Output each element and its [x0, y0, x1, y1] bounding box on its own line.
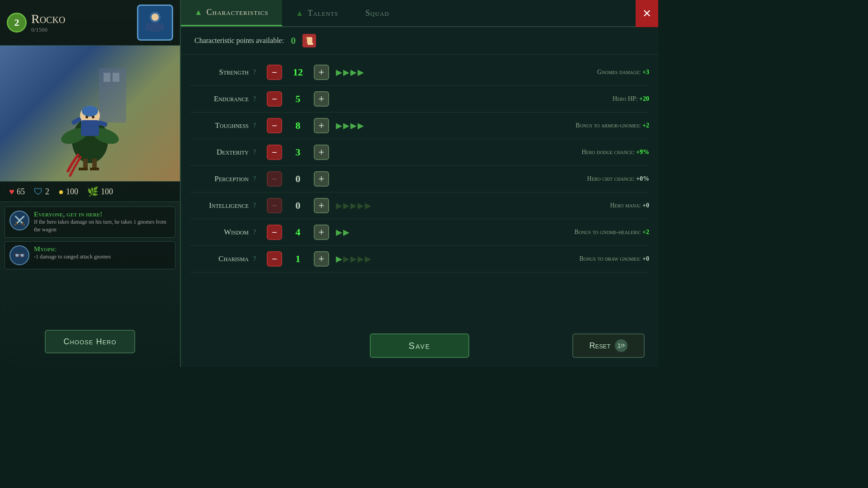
tab-label-talents: Talents	[307, 9, 338, 18]
charisma-arrows: ▶ ▶ ▶ ▶ ▶	[336, 254, 371, 264]
endurance-help[interactable]: ?	[253, 95, 262, 103]
tab-label-characteristics: Characteristics	[207, 8, 269, 17]
perception-plus[interactable]: +	[314, 171, 329, 187]
char-points-bar: Characteristic points available: 0 📜	[181, 27, 658, 55]
svg-rect-1	[150, 23, 160, 32]
tab-squad[interactable]: Squad	[352, 0, 403, 26]
toughness-minus[interactable]: −	[267, 118, 282, 133]
svg-rect-7	[113, 73, 119, 82]
svg-point-15	[92, 116, 94, 118]
tabs-bar: ▲ Characteristics ▲ Talents Squad ✕	[181, 0, 658, 27]
dexterity-minus[interactable]: −	[267, 145, 282, 160]
intelligence-value: 0	[287, 200, 309, 211]
leaf-icon: 🌿	[87, 186, 99, 197]
intelligence-minus[interactable]: −	[267, 198, 282, 213]
strength-arrows: ▶ ▶ ▶ ▶	[336, 67, 364, 77]
charisma-plus[interactable]: +	[314, 251, 329, 267]
hero-name: Rocko	[31, 12, 137, 26]
strength-plus[interactable]: +	[314, 65, 329, 80]
wisdom-plus[interactable]: +	[314, 225, 329, 240]
bottom-bar: Save Reset 1 ⟳	[181, 333, 658, 358]
strength-bonus: Gnomes damage: +3	[491, 69, 649, 76]
choose-hero-button[interactable]: Choose Hero	[45, 330, 135, 353]
hero-avatar	[137, 5, 173, 41]
charisma-help[interactable]: ?	[253, 255, 262, 263]
svg-point-14	[85, 116, 88, 118]
intelligence-arrows: ▶ ▶ ▶ ▶ ▶	[336, 201, 371, 211]
perception-minus[interactable]: −	[267, 171, 282, 187]
toughness-label: Toughness	[190, 121, 249, 130]
dexterity-help[interactable]: ?	[253, 149, 262, 156]
tab-talents[interactable]: ▲ Talents	[282, 0, 352, 26]
tab-label-squad: Squad	[365, 9, 389, 18]
charisma-bonus: Bonus to draw gnomes: +0	[491, 255, 649, 263]
traits-section: ⚔️ Everyone, get in here! If the hero ta…	[0, 202, 180, 274]
perception-label: Perception	[190, 174, 249, 183]
reset-button[interactable]: Reset 1 ⟳	[572, 333, 645, 358]
reset-count-value: 1	[618, 342, 621, 349]
charisma-label: Charisma	[190, 254, 249, 263]
shield-stat: 🛡 2	[34, 187, 49, 197]
reset-count: 1 ⟳	[615, 339, 627, 352]
shield-icon: 🛡	[34, 187, 43, 197]
endurance-plus[interactable]: +	[314, 91, 329, 107]
svg-rect-12	[81, 120, 99, 136]
perception-bonus: Hero crit chance: +0%	[491, 175, 649, 183]
trait-title-1: Myopic	[34, 245, 111, 253]
toughness-value: 8	[287, 120, 309, 131]
hero-xp: 0/1500	[31, 26, 137, 33]
wisdom-help[interactable]: ?	[253, 229, 262, 236]
strength-help[interactable]: ?	[253, 69, 262, 76]
hero-illustration	[0, 46, 180, 181]
toughness-plus[interactable]: +	[314, 118, 329, 133]
dexterity-label: Dexterity	[190, 148, 249, 157]
trait-content-0: Everyone, get in here! If the hero takes…	[34, 211, 170, 234]
charisma-minus[interactable]: −	[267, 251, 282, 267]
coin-icon: ●	[58, 187, 64, 197]
save-button[interactable]: Save	[370, 333, 469, 358]
charisma-row: Charisma ? − 1 + ▶ ▶ ▶ ▶ ▶ Bonus to draw…	[190, 246, 649, 272]
svg-point-2	[151, 14, 159, 21]
toughness-row: Toughness ? − 8 + ▶ ▶ ▶ ▶ Bonus to armor…	[190, 113, 649, 139]
hp-stat: ♥ 65	[9, 187, 25, 197]
toughness-arrows: ▶ ▶ ▶ ▶	[336, 121, 364, 131]
left-panel: 2 Rocko 0/1500	[0, 0, 181, 367]
strength-row: Strength ? − 12 + ▶ ▶ ▶ ▶ Gnomes damage:…	[190, 59, 649, 86]
charisma-value: 1	[287, 253, 309, 265]
endurance-value: 5	[287, 93, 309, 105]
perception-help[interactable]: ?	[253, 175, 262, 183]
hp-value: 65	[17, 187, 25, 197]
wisdom-value: 4	[287, 226, 309, 238]
strength-minus[interactable]: −	[267, 65, 282, 80]
reset-icon: ⟳	[621, 343, 625, 349]
endurance-row: Endurance ? − 5 + Hero HP: +20	[190, 86, 649, 113]
toughness-bonus: Bonus to armor-gnomes: +2	[491, 122, 649, 129]
intelligence-plus[interactable]: +	[314, 198, 329, 213]
wisdom-row: Wisdom ? − 4 + ▶ ▶ Bonus to gnome-healer…	[190, 219, 649, 246]
dexterity-row: Dexterity ? − 3 + Hero dodge chance: +9%	[190, 139, 649, 166]
tab-characteristics[interactable]: ▲ Characteristics	[181, 0, 282, 26]
toughness-help[interactable]: ?	[253, 122, 262, 129]
intelligence-bonus: Hero mana: +0	[491, 202, 649, 209]
dexterity-value: 3	[287, 146, 309, 158]
svg-rect-21	[90, 168, 99, 170]
endurance-label: Endurance	[190, 94, 249, 103]
intelligence-help[interactable]: ?	[253, 202, 262, 209]
leaf-value: 100	[101, 187, 113, 197]
reset-label: Reset	[590, 341, 611, 351]
endurance-minus[interactable]: −	[267, 91, 282, 107]
trait-title-0: Everyone, get in here!	[34, 211, 170, 218]
dexterity-plus[interactable]: +	[314, 145, 329, 160]
svg-rect-3	[146, 23, 150, 31]
level-badge: 2	[7, 13, 27, 33]
trait-card-1: 👓 Myopic -1 damage to ranged attack gnom…	[5, 241, 175, 269]
wisdom-arrows: ▶ ▶	[336, 227, 349, 237]
coin-value: 100	[66, 187, 78, 197]
close-button[interactable]: ✕	[636, 0, 658, 27]
perception-row: Perception ? − 0 + Hero crit chance: +0%	[190, 166, 649, 192]
strength-label: Strength	[190, 68, 249, 77]
char-points-value: 0	[291, 35, 296, 47]
heart-icon: ♥	[9, 187, 14, 197]
coin-stat: ● 100	[58, 187, 78, 197]
wisdom-minus[interactable]: −	[267, 225, 282, 240]
